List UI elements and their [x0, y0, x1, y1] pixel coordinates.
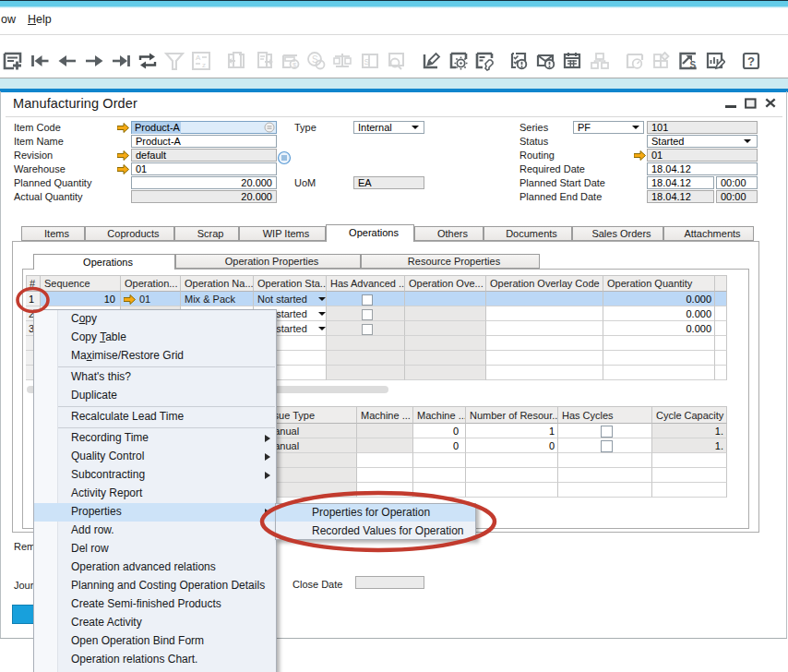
svg-text:$: $ [293, 61, 297, 69]
svg-text:S: S [690, 60, 697, 70]
svg-text:S: S [364, 57, 370, 66]
svg-text:A: A [196, 54, 201, 62]
svg-text:?: ? [747, 54, 755, 68]
svg-text:z: z [202, 61, 206, 69]
